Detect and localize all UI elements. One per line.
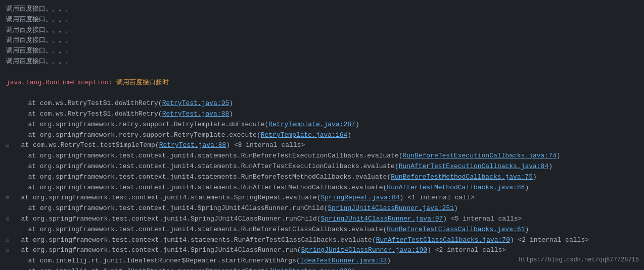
console-line: at org.springframework.retry.support.Ret… xyxy=(6,120,638,130)
at-prefix: at org.springframework.retry.support.Ret… xyxy=(16,131,261,139)
console-line: at com.intellij.rt.junit.JUnitStarter.pr… xyxy=(6,266,638,270)
at-suffix: ) <8 internal calls> xyxy=(226,141,305,149)
at-suffix: ) xyxy=(548,163,553,170)
console-line: at org.springframework.test.context.juni… xyxy=(6,161,638,172)
at-prefix: at org.springframework.retry.support.Ret… xyxy=(16,121,268,128)
at-prefix: at com.ws.RetryTest$1.doWithRetry( xyxy=(16,110,162,118)
at-suffix: ) xyxy=(525,226,529,233)
at-link[interactable]: RetryTest.java:88 xyxy=(162,110,229,118)
console-line: 调用百度接口。。。。 xyxy=(6,35,638,46)
console-line: 调用百度接口。。。。 xyxy=(6,25,638,36)
at-link[interactable]: RetryTest.java:95 xyxy=(162,99,229,107)
at-prefix: at org.springframework.test.context.juni… xyxy=(16,173,391,181)
at-link[interactable]: RunBeforeTestClassCallbacks.java:61 xyxy=(387,226,525,233)
console-line: 调用百度接口。。。。 xyxy=(6,4,638,15)
at-link[interactable]: SpringJUnit4ClassRunner.java:251 xyxy=(328,204,454,212)
exception-prefix: java.lang.RuntimeException: xyxy=(6,79,116,86)
console-line xyxy=(6,88,638,98)
console-line: at org.springframework.test.context.juni… xyxy=(6,151,638,161)
console-line: java.lang.RuntimeException: 调用百度接口超时 xyxy=(6,78,638,88)
at-prefix: at com.ws.RetryTest.testSimpleTemp( xyxy=(13,141,159,149)
console-line: ⊟ at org.springframework.test.context.ju… xyxy=(6,245,638,256)
console-line: at com.ws.RetryTest$1.doWithRetry(RetryT… xyxy=(6,98,638,109)
console-line: at org.springframework.retry.support.Ret… xyxy=(6,130,638,141)
plain-text: 调用百度接口。。。。 xyxy=(6,16,72,23)
at-suffix: ) xyxy=(533,173,537,181)
at-suffix: ) xyxy=(229,110,233,118)
plain-text: 调用百度接口。。。。 xyxy=(6,26,72,34)
console-line xyxy=(6,67,638,78)
watermark: https://blog.csdn.net/qq877728715 xyxy=(519,255,639,265)
at-link[interactable]: RunAfterTestExecutionCallbacks.java:84 xyxy=(399,163,548,170)
console-line: ⊟ at org.springframework.test.context.ju… xyxy=(6,214,638,225)
at-suffix: ) xyxy=(387,257,391,264)
at-prefix: at org.springframework.test.context.juni… xyxy=(13,215,321,223)
console-output: 调用百度接口。。。。调用百度接口。。。。调用百度接口。。。。调用百度接口。。。。… xyxy=(6,4,638,270)
at-prefix: at com.ws.RetryTest$1.doWithRetry( xyxy=(16,99,162,107)
at-suffix: ) <5 internal calls> xyxy=(443,215,522,223)
at-suffix: ) xyxy=(557,152,561,159)
at-prefix: at com.intellij.rt.junit.JUnitStarter.pr… xyxy=(16,267,268,270)
plain-text: 调用百度接口。。。。 xyxy=(6,47,72,55)
at-prefix: at org.springframework.test.context.juni… xyxy=(16,163,399,170)
fold-icon[interactable]: ⊟ xyxy=(6,141,13,150)
console-line: ⊟ at org.springframework.test.context.ju… xyxy=(6,235,638,246)
at-link[interactable]: SpringRepeat.java:84 xyxy=(321,194,400,201)
at-link[interactable]: IdeaTestRunner.java:33 xyxy=(300,257,387,264)
at-link[interactable]: RunAfterTestClassCallbacks.java:70 xyxy=(376,236,510,244)
console-line: 调用百度接口。。。。 xyxy=(6,15,638,25)
fold-icon[interactable]: ⊟ xyxy=(6,215,13,224)
at-link[interactable]: RunAfterTestMethodCallbacks.java:86 xyxy=(387,184,525,191)
fold-icon[interactable]: ⊟ xyxy=(6,246,13,255)
at-prefix: at org.springframework.test.context.juni… xyxy=(13,236,376,244)
at-suffix: ) xyxy=(355,121,359,128)
at-suffix: ) xyxy=(229,99,233,107)
at-link[interactable]: RunBeforeTestExecutionCallbacks.java:74 xyxy=(403,152,557,159)
plain-text: 调用百度接口。。。。 xyxy=(6,58,72,65)
at-prefix: at org.springframework.test.context.juni… xyxy=(16,152,403,159)
console-line: at org.springframework.test.context.juni… xyxy=(6,225,638,235)
at-suffix: ) xyxy=(351,267,355,270)
at-link[interactable]: RunBeforeTestMethodCallbacks.java:75 xyxy=(391,173,533,181)
console-line: ⊟ at com.ws.RetryTest.testSimpleTemp(Ret… xyxy=(6,140,638,151)
fold-icon[interactable]: ⊟ xyxy=(6,236,13,245)
at-prefix: at org.springframework.test.context.juni… xyxy=(13,246,301,254)
at-suffix: ) <2 internal calls> xyxy=(510,236,589,244)
at-link[interactable]: RetryTest.java:88 xyxy=(159,141,226,149)
at-suffix: ) <1 internal call> xyxy=(400,194,475,201)
console-line: 调用百度接口。。。。 xyxy=(6,46,638,57)
at-link[interactable]: RetryTemplate.java:164 xyxy=(261,131,348,139)
at-link[interactable]: JUnitStarter.java:230 xyxy=(268,267,351,270)
at-prefix: at com.intellij.rt.junit.IdeaTestRunner$… xyxy=(16,257,300,264)
at-prefix: at org.springframework.test.context.juni… xyxy=(16,184,387,191)
at-link[interactable]: SpringJUnit4ClassRunner.java:97 xyxy=(321,215,443,223)
console-line: at org.springframework.test.context.juni… xyxy=(6,203,638,214)
console-line: 调用百度接口。。。。 xyxy=(6,57,638,67)
at-link[interactable]: SpringJUnit4ClassRunner.java:190 xyxy=(301,246,428,254)
console-line: ⊟ at org.springframework.test.context.ju… xyxy=(6,193,638,203)
at-suffix: ) xyxy=(454,204,458,212)
fold-icon[interactable]: ⊟ xyxy=(6,194,13,203)
at-suffix: ) xyxy=(525,184,529,191)
at-prefix: at org.springframework.test.context.juni… xyxy=(13,194,321,201)
console-line: at org.springframework.test.context.juni… xyxy=(6,172,638,183)
exception-message: 调用百度接口超时 xyxy=(116,79,169,86)
plain-text: 调用百度接口。。。。 xyxy=(6,5,72,13)
at-suffix: ) xyxy=(347,131,351,139)
at-prefix: at org.springframework.test.context.juni… xyxy=(16,204,328,212)
at-suffix: ) <2 internal calls> xyxy=(427,246,506,254)
at-prefix: at org.springframework.test.context.juni… xyxy=(16,226,387,233)
console-line: at org.springframework.test.context.juni… xyxy=(6,183,638,193)
plain-text: 调用百度接口。。。。 xyxy=(6,36,72,44)
at-link[interactable]: RetryTemplate.java:287 xyxy=(268,121,355,128)
console-line: at com.ws.RetryTest$1.doWithRetry(RetryT… xyxy=(6,109,638,120)
